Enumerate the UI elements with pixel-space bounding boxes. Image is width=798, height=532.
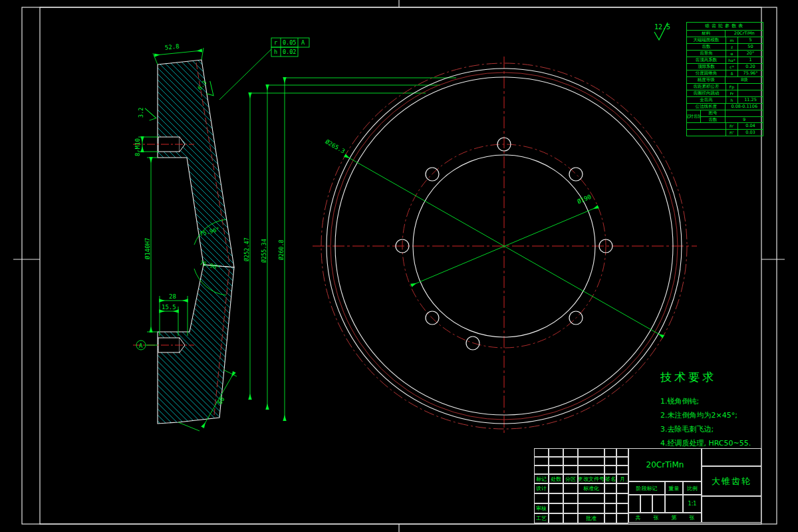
material-cell: 20CrTiMn: [628, 448, 702, 481]
title-block: 标记 处数 分区 更改文件号 签名 年、月、日 设计 标准化 审核 工艺 批准 …: [534, 448, 761, 523]
label-weight: 重量: [665, 481, 683, 495]
label-standardization: 标准化: [578, 483, 604, 493]
datum-label: A: [139, 342, 143, 349]
cad-drawing-sheet: 52.8 8-M10 Ø140H7 28 15.5 60 75.96° 75.9…: [0, 0, 798, 532]
dim-bore: Ø140H7: [144, 237, 151, 259]
param-row-cone-angle: 分度圆锥角δ75.96°: [687, 70, 763, 77]
label-design: 设计: [534, 483, 549, 493]
param-row-addendum-coef: 齿顶高系数ha*1: [687, 57, 763, 64]
param-row-whole-depth: 全齿高h11.25: [687, 97, 763, 104]
label-review: 审核: [534, 503, 549, 513]
tolbox-r2-val: 0.02: [283, 49, 296, 55]
param-row-precision: 精度等级8级: [687, 77, 763, 84]
label-process: 工艺: [534, 513, 549, 523]
roughness-back-value: 3.2: [138, 108, 144, 118]
dim-thread: 8-M10: [134, 138, 141, 156]
front-view: Ø265.3 Ø190: [313, 57, 697, 436]
general-roughness-value: 12.5: [654, 23, 670, 31]
gear-parameter-table: 锥齿轮参数表 材料20CrTiMn 大端端面模数m5 齿数z50 齿形角α20°…: [686, 22, 763, 136]
tech-req-item-2: 2.未注倒角均为2×45°;: [660, 408, 793, 422]
dim-dia-pitch: Ø255.34: [261, 239, 267, 263]
section-hatch: [158, 60, 234, 424]
param-row-clearance-coef: 顶隙系数c*0.20: [687, 64, 763, 70]
label-scale: 比例: [683, 481, 702, 495]
dim-hole-span: 28: [169, 293, 176, 300]
label-sign: 签名: [604, 474, 616, 483]
tolbox-r1-val: 0.05: [283, 39, 296, 46]
label-sheet-unit2: 张: [690, 514, 695, 521]
weight-value: [665, 495, 683, 513]
signature-grid: 设计 标准化 审核 工艺 批准: [534, 483, 628, 523]
general-roughness: 12.5: [654, 23, 670, 40]
part-name: 大锥齿轮: [702, 466, 761, 496]
label-date: 年、月、日: [616, 474, 628, 483]
revision-grid: [534, 448, 628, 474]
label-doc-no: 更改文件号: [578, 474, 604, 483]
label-mark: 标记: [534, 474, 549, 483]
dim-dia-root: Ø252.47: [243, 237, 250, 261]
param-row-span-length: 公法线长度0.08-0.1106: [687, 104, 763, 110]
label-stage-mark: 阶段标记: [628, 481, 665, 495]
dim-dia-tip: Ø260.8: [278, 239, 285, 260]
scale-value: 1:1: [683, 495, 702, 513]
mating-gear-teeth: 齿数9: [701, 117, 763, 123]
tolbox-r1-sym: r: [274, 39, 277, 46]
dim-hole-depth: 15.5: [162, 304, 176, 311]
param-row-material: 材料20CrTiMn: [687, 31, 763, 37]
param-row-check1: Fr′0.04: [687, 123, 763, 130]
label-count: 处数: [549, 474, 563, 483]
tech-req-item-3: 3.去除毛刺飞边;: [660, 422, 793, 436]
revision-label-row: 标记 处数 分区 更改文件号 签名 年、月、日: [534, 474, 628, 483]
label-sheet-unit1: 张: [654, 514, 659, 521]
label-sheet-no: 第: [672, 514, 677, 521]
param-row-pressure-angle: 齿形角α20°: [687, 51, 763, 57]
label-approve: 批准: [578, 513, 604, 523]
dim-top-width: 52.8: [164, 43, 180, 51]
tolbox-r1-ref: A: [301, 39, 305, 46]
technical-requirements: 技术要求 1.锐角倒钝; 2.未注倒角均为2×45°; 3.去除毛刺飞边; 4.…: [660, 370, 793, 450]
tech-req-item-1: 1.锐角倒钝;: [660, 394, 793, 408]
param-row-teeth: 齿数z50: [687, 44, 763, 51]
param-row-check2: Fi″0.03: [687, 130, 763, 136]
param-row-fp: 齿距累积公差Fp: [687, 84, 763, 90]
tolbox-r2-sym: h: [274, 49, 277, 55]
label-zone: 分区: [563, 474, 578, 483]
dim-dia-outer: Ø265.3: [324, 138, 346, 155]
label-sheet-total: 共: [636, 514, 641, 521]
param-row-fr: 齿圈径向跳动Fr: [687, 90, 763, 97]
param-row-mating-gear: 配对齿轮 图号 齿数9: [687, 110, 763, 123]
param-row-module: 大端端面模数m5: [687, 37, 763, 44]
tech-req-title: 技术要求: [660, 370, 793, 385]
sheet-row: 共 张 第 张: [628, 513, 702, 523]
param-table-title: 锥齿轮参数表: [687, 23, 763, 31]
mating-gear-drawing-no: 图号: [701, 110, 763, 117]
